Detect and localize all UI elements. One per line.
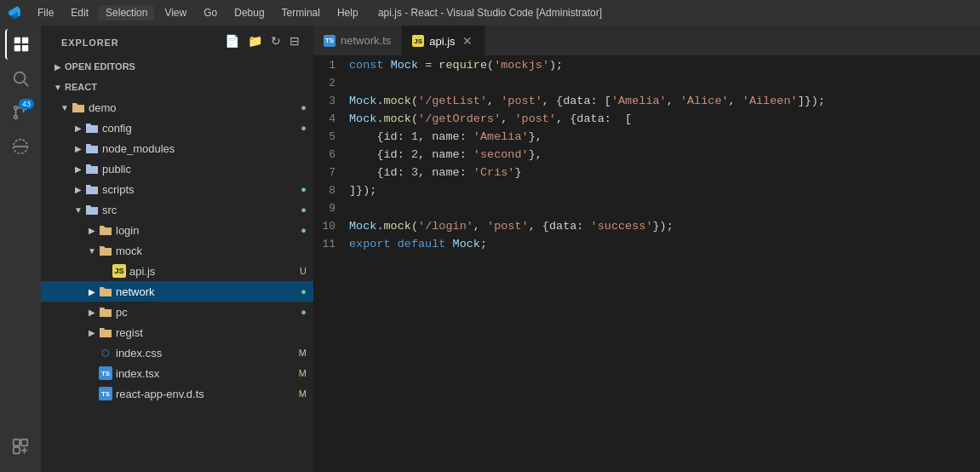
extensions-activity-icon[interactable] (5, 431, 36, 462)
svg-point-6 (14, 106, 18, 110)
sidebar-item-mock[interactable]: mock (41, 240, 313, 261)
tab-bar: TS network.ts JS api.js ✕ (313, 26, 980, 55)
sidebar-item-api-js[interactable]: JS api.js U (41, 261, 313, 281)
tab-api-js-label: api.js (429, 35, 455, 48)
pc-folder-icon (99, 305, 112, 319)
react-app-env-label: react-app-env.d.ts (116, 388, 299, 400)
login-arrow (85, 223, 99, 237)
code-line-9: 9 (313, 202, 980, 220)
code-editor[interactable]: 1 const Mock = require('mockjs'); 2 3 Mo… (313, 55, 980, 472)
sidebar-item-regist[interactable]: regist (41, 322, 313, 342)
sidebar-item-scripts[interactable]: scripts ● (41, 179, 313, 199)
regist-folder-icon (99, 325, 112, 339)
pc-badge: ● (301, 307, 307, 317)
config-label: config (102, 122, 301, 135)
login-badge: ● (301, 225, 307, 235)
sidebar-item-pc[interactable]: pc ● (41, 302, 313, 322)
sidebar-item-login[interactable]: login ● (41, 220, 313, 240)
line-num-11: 11 (313, 238, 349, 250)
vscode-logo-icon (7, 5, 22, 20)
svg-rect-0 (14, 37, 20, 43)
index-css-file-icon: ⬡ (99, 346, 112, 360)
network-folder-icon (99, 285, 112, 298)
menu-debug[interactable]: Debug (227, 5, 271, 20)
explorer-activity-icon[interactable] (5, 29, 36, 60)
sidebar-item-config[interactable]: config ● (41, 118, 313, 138)
api-js-label: api.js (129, 265, 300, 278)
sidebar-item-react-app-env[interactable]: TS react-app-env.d.ts M (41, 383, 313, 404)
svg-point-4 (14, 72, 26, 83)
sidebar-item-index-css[interactable]: ⬡ index.css M (41, 342, 313, 363)
explorer-label: EXPLORER (44, 31, 129, 51)
network-badge: ● (301, 286, 307, 296)
menu-view[interactable]: View (158, 5, 193, 20)
react-app-env-badge: M (299, 389, 307, 399)
activity-bar: 43 (0, 26, 41, 472)
line-content-1: const Mock = require('mockjs'); (349, 59, 980, 72)
sidebar-item-node-modules[interactable]: node_modules (41, 138, 313, 158)
debug-activity-icon[interactable] (5, 131, 36, 162)
menu-help[interactable]: Help (330, 5, 365, 20)
svg-rect-1 (22, 37, 28, 43)
menu-selection[interactable]: Selection (99, 5, 154, 20)
src-folder-icon (85, 203, 99, 216)
source-control-badge: 43 (19, 99, 34, 109)
svg-rect-13 (21, 440, 27, 446)
collapse-all-icon[interactable]: ⊟ (286, 32, 303, 49)
login-label: login (116, 224, 301, 237)
sidebar-item-network[interactable]: network ● (41, 281, 313, 302)
editor-area: TS network.ts JS api.js ✕ 1 const Mock =… (313, 26, 980, 472)
new-folder-icon[interactable]: 📁 (244, 32, 266, 49)
sidebar-item-react[interactable]: REACT (41, 77, 313, 97)
svg-rect-12 (14, 440, 20, 446)
refresh-icon[interactable]: ↻ (267, 32, 284, 49)
svg-line-5 (24, 82, 28, 86)
code-line-4: 4 Mock.mock('/getOrders', 'post', {data:… (313, 112, 980, 130)
line-content-7: {id: 3, name: 'Cris'} (349, 166, 980, 179)
sidebar-item-public[interactable]: public (41, 158, 313, 179)
open-editors-label: OPEN EDITORS (65, 61, 313, 72)
line-num-5: 5 (313, 130, 349, 143)
tab-api-js-close[interactable]: ✕ (461, 34, 474, 48)
window-title: api.js - React - Visual Studio Code [Adm… (378, 7, 602, 19)
search-activity-icon[interactable] (5, 63, 36, 94)
line-content-3: Mock.mock('/getList', 'post', {data: ['A… (349, 95, 980, 107)
sidebar-item-src[interactable]: src ● (41, 199, 313, 220)
network-arrow (85, 285, 99, 298)
titlebar: File Edit Selection View Go Debug Termin… (0, 0, 980, 26)
config-folder-icon (85, 121, 99, 135)
activity-bar-bottom (5, 431, 36, 472)
api-js-file-icon: JS (112, 264, 126, 278)
sidebar-item-index-tsx[interactable]: TS index.tsx M (41, 363, 313, 383)
demo-folder-icon (72, 101, 85, 114)
line-content-8: ]}); (349, 184, 980, 197)
menu-edit[interactable]: Edit (64, 5, 95, 20)
scripts-badge: ● (301, 184, 307, 194)
menu-go[interactable]: Go (197, 5, 224, 20)
src-arrow (72, 203, 85, 216)
titlebar-left: File Edit Selection View Go Debug Termin… (7, 5, 365, 20)
line-content-4: Mock.mock('/getOrders', 'post', {data: [ (349, 112, 980, 125)
demo-arrow (58, 101, 72, 114)
menu-file[interactable]: File (31, 5, 60, 20)
new-file-icon[interactable]: 📄 (221, 32, 243, 49)
line-num-1: 1 (313, 59, 349, 72)
scripts-folder-icon (85, 182, 99, 196)
tab-network-ts-icon: TS (324, 35, 335, 47)
line-num-9: 9 (313, 202, 349, 215)
menu-terminal[interactable]: Terminal (275, 5, 327, 20)
react-app-env-file-icon: TS (99, 387, 112, 400)
source-control-activity-icon[interactable]: 43 (5, 97, 36, 128)
sidebar-item-demo[interactable]: demo ● (41, 97, 313, 118)
sidebar-header: EXPLORER 📄 📁 ↻ ⊟ (41, 26, 313, 56)
code-line-10: 10 Mock.mock('/login', 'post', {data: 's… (313, 220, 980, 238)
tab-network-ts[interactable]: TS network.ts (313, 26, 402, 55)
line-num-8: 8 (313, 184, 349, 197)
index-tsx-label: index.tsx (116, 367, 299, 380)
svg-rect-14 (14, 447, 20, 453)
sidebar-item-open-editors[interactable]: OPEN EDITORS (41, 56, 313, 77)
line-num-7: 7 (313, 166, 349, 179)
config-badge: ● (301, 123, 307, 133)
line-num-4: 4 (313, 112, 349, 125)
tab-api-js[interactable]: JS api.js ✕ (402, 26, 484, 55)
